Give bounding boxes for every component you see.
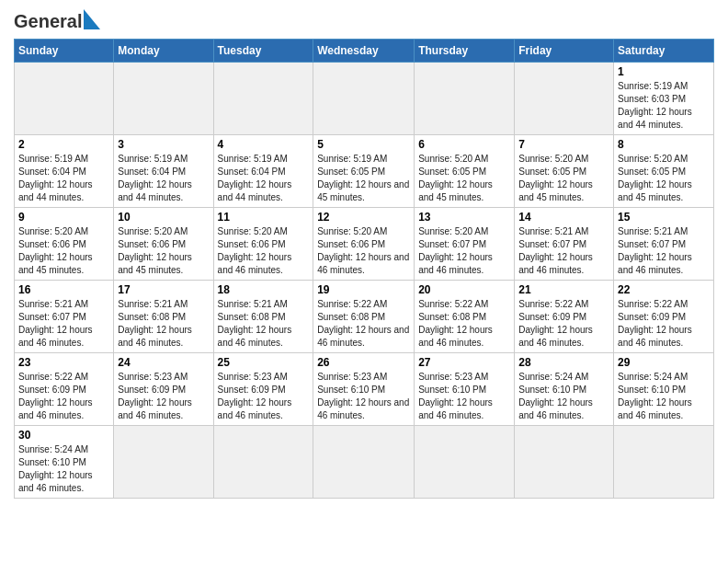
day-info: Sunrise: 5:23 AM Sunset: 6:10 PM Dayligh… — [418, 371, 510, 422]
day-info: Sunrise: 5:20 AM Sunset: 6:05 PM Dayligh… — [418, 153, 510, 204]
day-number: 14 — [518, 211, 609, 224]
day-cell: 23Sunrise: 5:22 AM Sunset: 6:09 PM Dayli… — [15, 353, 114, 426]
day-cell: 3Sunrise: 5:19 AM Sunset: 6:04 PM Daylig… — [114, 135, 213, 208]
day-number: 13 — [418, 211, 510, 224]
day-number: 12 — [317, 211, 410, 224]
day-cell: 29Sunrise: 5:24 AM Sunset: 6:10 PM Dayli… — [614, 353, 714, 426]
logo-text: General — [14, 11, 82, 32]
day-info: Sunrise: 5:24 AM Sunset: 6:10 PM Dayligh… — [618, 371, 710, 422]
day-number: 8 — [618, 138, 710, 151]
day-header-thursday: Thursday — [415, 40, 515, 63]
day-info: Sunrise: 5:23 AM Sunset: 6:10 PM Dayligh… — [317, 371, 410, 422]
day-cell — [213, 63, 313, 135]
day-info: Sunrise: 5:21 AM Sunset: 6:07 PM Dayligh… — [618, 225, 710, 277]
day-number: 20 — [418, 283, 510, 296]
day-info: Sunrise: 5:21 AM Sunset: 6:08 PM Dayligh… — [118, 298, 209, 350]
day-info: Sunrise: 5:19 AM Sunset: 6:04 PM Dayligh… — [118, 153, 209, 204]
day-cell — [415, 426, 515, 499]
day-info: Sunrise: 5:22 AM Sunset: 6:08 PM Dayligh… — [317, 298, 410, 350]
day-info: Sunrise: 5:22 AM Sunset: 6:09 PM Dayligh… — [18, 371, 109, 422]
header-row: SundayMondayTuesdayWednesdayThursdayFrid… — [15, 40, 714, 63]
day-number: 30 — [18, 429, 109, 442]
day-info: Sunrise: 5:20 AM Sunset: 6:06 PM Dayligh… — [317, 225, 410, 277]
day-cell — [313, 63, 415, 135]
day-cell: 28Sunrise: 5:24 AM Sunset: 6:10 PM Dayli… — [515, 353, 614, 426]
day-cell: 21Sunrise: 5:22 AM Sunset: 6:09 PM Dayli… — [515, 281, 614, 353]
calendar-body: 1Sunrise: 5:19 AM Sunset: 6:03 PM Daylig… — [15, 63, 714, 499]
day-cell: 18Sunrise: 5:21 AM Sunset: 6:08 PM Dayli… — [213, 281, 313, 353]
day-cell: 19Sunrise: 5:22 AM Sunset: 6:08 PM Dayli… — [313, 281, 415, 353]
day-header-monday: Monday — [114, 40, 213, 63]
day-cell: 12Sunrise: 5:20 AM Sunset: 6:06 PM Dayli… — [313, 208, 415, 281]
day-cell: 22Sunrise: 5:22 AM Sunset: 6:09 PM Dayli… — [614, 281, 714, 353]
day-info: Sunrise: 5:20 AM Sunset: 6:06 PM Dayligh… — [218, 225, 310, 277]
day-header-tuesday: Tuesday — [213, 40, 313, 63]
logo: General — [14, 9, 100, 33]
calendar-header: SundayMondayTuesdayWednesdayThursdayFrid… — [15, 40, 714, 63]
day-header-wednesday: Wednesday — [313, 40, 415, 63]
day-number: 2 — [18, 138, 109, 151]
day-cell: 10Sunrise: 5:20 AM Sunset: 6:06 PM Dayli… — [114, 208, 213, 281]
day-number: 5 — [317, 138, 410, 151]
day-number: 3 — [118, 138, 209, 151]
day-number: 28 — [518, 356, 609, 369]
day-cell — [114, 426, 213, 499]
week-row-1: 2Sunrise: 5:19 AM Sunset: 6:04 PM Daylig… — [15, 135, 714, 208]
day-cell: 27Sunrise: 5:23 AM Sunset: 6:10 PM Dayli… — [415, 353, 515, 426]
day-cell: 17Sunrise: 5:21 AM Sunset: 6:08 PM Dayli… — [114, 281, 213, 353]
day-header-friday: Friday — [515, 40, 614, 63]
week-row-4: 23Sunrise: 5:22 AM Sunset: 6:09 PM Dayli… — [15, 353, 714, 426]
day-number: 16 — [18, 283, 109, 296]
day-info: Sunrise: 5:21 AM Sunset: 6:07 PM Dayligh… — [18, 298, 109, 350]
day-info: Sunrise: 5:21 AM Sunset: 6:07 PM Dayligh… — [518, 225, 609, 277]
day-number: 19 — [317, 283, 410, 296]
day-cell: 8Sunrise: 5:20 AM Sunset: 6:05 PM Daylig… — [614, 135, 714, 208]
day-info: Sunrise: 5:20 AM Sunset: 6:05 PM Dayligh… — [518, 153, 609, 204]
day-info: Sunrise: 5:20 AM Sunset: 6:05 PM Dayligh… — [618, 153, 710, 204]
day-number: 21 — [518, 283, 609, 296]
day-cell: 30Sunrise: 5:24 AM Sunset: 6:10 PM Dayli… — [15, 426, 114, 499]
day-info: Sunrise: 5:21 AM Sunset: 6:08 PM Dayligh… — [218, 298, 310, 350]
day-number: 29 — [618, 356, 710, 369]
day-cell: 15Sunrise: 5:21 AM Sunset: 6:07 PM Dayli… — [614, 208, 714, 281]
day-cell: 16Sunrise: 5:21 AM Sunset: 6:07 PM Dayli… — [15, 281, 114, 353]
day-number: 6 — [418, 138, 510, 151]
day-number: 26 — [317, 356, 410, 369]
page-header: General — [14, 9, 714, 33]
day-cell — [15, 63, 114, 135]
day-info: Sunrise: 5:20 AM Sunset: 6:06 PM Dayligh… — [118, 225, 209, 277]
day-number: 25 — [218, 356, 310, 369]
week-row-0: 1Sunrise: 5:19 AM Sunset: 6:03 PM Daylig… — [15, 63, 714, 135]
day-info: Sunrise: 5:20 AM Sunset: 6:06 PM Dayligh… — [18, 225, 109, 277]
day-info: Sunrise: 5:19 AM Sunset: 6:04 PM Dayligh… — [218, 153, 310, 204]
day-number: 24 — [118, 356, 209, 369]
svg-marker-0 — [84, 9, 100, 29]
day-cell: 13Sunrise: 5:20 AM Sunset: 6:07 PM Dayli… — [415, 208, 515, 281]
day-cell: 20Sunrise: 5:22 AM Sunset: 6:08 PM Dayli… — [415, 281, 515, 353]
day-cell: 24Sunrise: 5:23 AM Sunset: 6:09 PM Dayli… — [114, 353, 213, 426]
day-number: 9 — [18, 211, 109, 224]
day-info: Sunrise: 5:22 AM Sunset: 6:09 PM Dayligh… — [518, 298, 609, 350]
day-info: Sunrise: 5:22 AM Sunset: 6:08 PM Dayligh… — [418, 298, 510, 350]
day-number: 11 — [218, 211, 310, 224]
day-info: Sunrise: 5:19 AM Sunset: 6:05 PM Dayligh… — [317, 153, 410, 204]
day-info: Sunrise: 5:24 AM Sunset: 6:10 PM Dayligh… — [518, 371, 609, 422]
day-number: 7 — [518, 138, 609, 151]
day-info: Sunrise: 5:24 AM Sunset: 6:10 PM Dayligh… — [18, 443, 109, 495]
week-row-5: 30Sunrise: 5:24 AM Sunset: 6:10 PM Dayli… — [15, 426, 714, 499]
day-cell — [515, 426, 614, 499]
day-cell — [213, 426, 313, 499]
logo-triangle — [84, 9, 100, 33]
day-cell — [515, 63, 614, 135]
day-cell — [614, 426, 714, 499]
day-cell: 4Sunrise: 5:19 AM Sunset: 6:04 PM Daylig… — [213, 135, 313, 208]
day-cell: 26Sunrise: 5:23 AM Sunset: 6:10 PM Dayli… — [313, 353, 415, 426]
day-number: 1 — [618, 65, 710, 78]
day-cell — [114, 63, 213, 135]
day-cell: 11Sunrise: 5:20 AM Sunset: 6:06 PM Dayli… — [213, 208, 313, 281]
day-cell — [415, 63, 515, 135]
week-row-3: 16Sunrise: 5:21 AM Sunset: 6:07 PM Dayli… — [15, 281, 714, 353]
day-number: 4 — [218, 138, 310, 151]
day-cell: 6Sunrise: 5:20 AM Sunset: 6:05 PM Daylig… — [415, 135, 515, 208]
day-number: 27 — [418, 356, 510, 369]
